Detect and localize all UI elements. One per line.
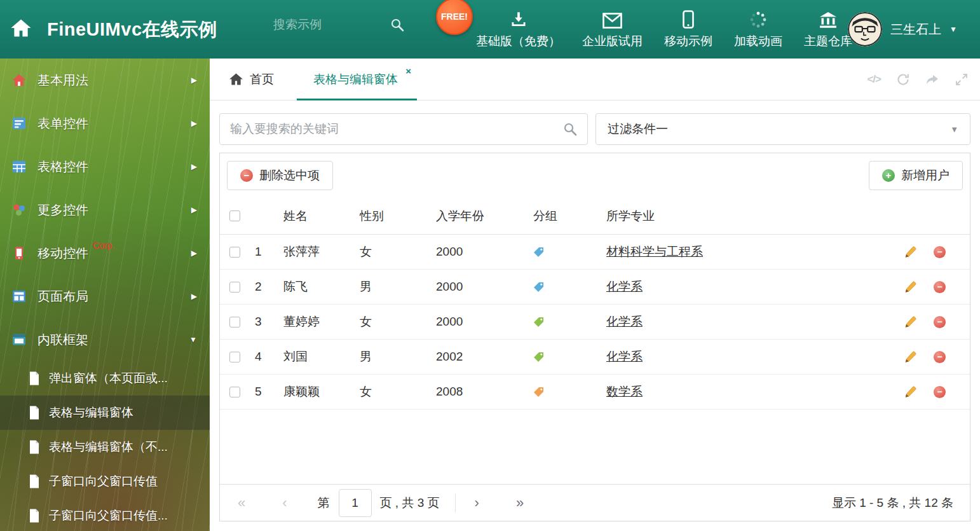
tab-home[interactable]: 首页 bbox=[229, 71, 274, 88]
filter-dropdown[interactable]: 过滤条件一 ▼ bbox=[595, 113, 970, 145]
sidebar-subitem-child-to-parent[interactable]: 子窗口向父窗口传值 bbox=[0, 464, 210, 499]
free-badge-label: FREE! bbox=[441, 11, 468, 22]
home-icon[interactable] bbox=[10, 18, 32, 41]
record-summary: 显示 1 - 5 条 , 共 12 条 bbox=[832, 495, 957, 511]
row-checkbox[interactable] bbox=[229, 282, 240, 293]
major-link[interactable]: 数学系 bbox=[606, 385, 643, 398]
sidebar-subitem-label: 表格与编辑窗体（不... bbox=[49, 439, 168, 455]
prev-page-button[interactable]: ‹ bbox=[282, 496, 287, 510]
sidebar-item-label: 移动控件 bbox=[37, 245, 88, 262]
column-header-group: 分组 bbox=[533, 208, 606, 224]
nav-basic-free[interactable]: 基础版（免费） bbox=[465, 10, 571, 50]
search-icon[interactable] bbox=[390, 18, 404, 32]
corp-badge: Corp. bbox=[93, 240, 114, 251]
edit-icon[interactable] bbox=[904, 316, 916, 328]
tab-grid-edit-window[interactable]: 表格与编辑窗体 × bbox=[297, 59, 417, 100]
sidebar-subitem-child-to-parent-2[interactable]: 子窗口向父窗口传值... bbox=[0, 499, 210, 531]
delete-row-icon[interactable] bbox=[934, 246, 946, 258]
pager-divider bbox=[455, 493, 456, 513]
sidebar-item-form-controls[interactable]: 表单控件 ▶ bbox=[0, 102, 210, 145]
table-row: 2 陈飞 男 2000 化学系 bbox=[220, 270, 970, 305]
share-icon[interactable] bbox=[925, 72, 939, 86]
major-link[interactable]: 化学系 bbox=[606, 350, 643, 363]
row-checkbox[interactable] bbox=[229, 352, 240, 362]
sidebar-item-label: 表单控件 bbox=[37, 115, 88, 132]
sidebar-item-label: 更多控件 bbox=[37, 202, 88, 219]
edit-icon[interactable] bbox=[904, 281, 916, 293]
edit-icon[interactable] bbox=[904, 246, 916, 258]
header-search-input[interactable] bbox=[273, 18, 369, 32]
edit-icon[interactable] bbox=[904, 351, 916, 363]
minus-circle-icon bbox=[240, 169, 253, 182]
next-page-button[interactable]: › bbox=[475, 496, 479, 510]
delete-row-icon[interactable] bbox=[934, 386, 946, 398]
delete-selected-label: 删除选中项 bbox=[259, 167, 320, 184]
frame-icon bbox=[11, 332, 28, 347]
sidebar-item-mobile-controls[interactable]: 移动控件 Corp. ▶ bbox=[0, 231, 210, 275]
cell-year: 2000 bbox=[436, 315, 533, 329]
edit-icon[interactable] bbox=[904, 386, 916, 398]
row-checkbox[interactable] bbox=[229, 387, 240, 397]
sidebar-item-iframe[interactable]: 内联框架 ▼ bbox=[0, 318, 210, 361]
sidebar-item-grid-controls[interactable]: 表格控件 ▶ bbox=[0, 145, 210, 188]
major-link[interactable]: 材料科学与工程系 bbox=[606, 245, 703, 258]
user-menu[interactable]: 三生石上 ▼ bbox=[848, 0, 957, 59]
sidebar-subitem-popup-window[interactable]: 弹出窗体（本页面或... bbox=[0, 361, 210, 396]
file-icon bbox=[28, 508, 41, 523]
close-tab-icon[interactable]: × bbox=[405, 66, 411, 76]
tag-icon bbox=[533, 247, 544, 258]
add-user-button[interactable]: 新增用户 bbox=[869, 161, 963, 190]
chevron-right-icon: ▶ bbox=[191, 119, 197, 128]
cell-gender: 女 bbox=[360, 383, 436, 400]
sidebar-item-basic-usage[interactable]: 基本用法 ▶ bbox=[0, 59, 210, 102]
pagination-bar: « ‹ 第 页 , 共 3 页 › » 显示 1 - 5 条 , 共 12 条 bbox=[220, 484, 970, 521]
page-number-input[interactable] bbox=[339, 489, 372, 517]
expand-icon[interactable] bbox=[955, 72, 969, 86]
cell-name: 刘国 bbox=[283, 348, 360, 365]
major-link[interactable]: 化学系 bbox=[606, 280, 643, 293]
delete-selected-button[interactable]: 删除选中项 bbox=[227, 161, 333, 190]
sidebar-subitem-label: 子窗口向父窗口传值... bbox=[49, 507, 168, 524]
source-code-icon[interactable]: </> bbox=[867, 73, 881, 86]
tag-icon bbox=[533, 282, 544, 293]
select-all-checkbox[interactable] bbox=[229, 210, 240, 221]
row-checkbox[interactable] bbox=[229, 317, 240, 328]
refresh-icon[interactable] bbox=[896, 72, 910, 86]
tab-tools: </> bbox=[867, 59, 969, 100]
table-header-row: 姓名 性别 入学年份 分组 所学专业 bbox=[220, 198, 970, 235]
avatar bbox=[848, 12, 882, 46]
nav-mobile-demo[interactable]: 移动示例 bbox=[653, 10, 723, 50]
file-icon bbox=[28, 474, 41, 489]
sidebar-item-more-controls[interactable]: 更多控件 ▶ bbox=[0, 188, 210, 231]
first-page-button[interactable]: « bbox=[238, 496, 245, 510]
cell-name: 董婷婷 bbox=[283, 314, 360, 330]
nav-enterprise-trial[interactable]: 企业版试用 bbox=[571, 10, 653, 50]
spinner-icon bbox=[749, 10, 767, 29]
nav-loading-animation[interactable]: 加载动画 bbox=[723, 10, 793, 50]
nav-label: 主题仓库 bbox=[804, 33, 852, 50]
delete-row-icon[interactable] bbox=[934, 351, 946, 363]
nav-label: 加载动画 bbox=[734, 33, 782, 50]
cell-gender: 女 bbox=[360, 314, 436, 330]
nav-label: 企业版试用 bbox=[582, 33, 643, 50]
row-checkbox[interactable] bbox=[229, 247, 240, 258]
tag-icon bbox=[533, 387, 544, 397]
delete-row-icon[interactable] bbox=[934, 316, 946, 328]
search-icon[interactable] bbox=[563, 122, 577, 136]
sidebar-item-page-layout[interactable]: 页面布局 ▶ bbox=[0, 275, 210, 318]
sidebar-subitem-grid-edit-window[interactable]: 表格与编辑窗体 bbox=[0, 396, 210, 430]
sidebar-subitem-label: 表格与编辑窗体 bbox=[49, 404, 133, 421]
page-prefix-label: 第 bbox=[318, 495, 330, 511]
header: FineUIMvc在线示例 FREE! 基础版（免费） 企业版试用 bbox=[0, 0, 980, 59]
last-page-button[interactable]: » bbox=[516, 496, 524, 510]
home-tab-icon bbox=[229, 72, 243, 86]
sidebar-subitem-grid-edit-window-2[interactable]: 表格与编辑窗体（不... bbox=[0, 430, 210, 464]
grid-toolbar: 删除选中项 新增用户 bbox=[220, 153, 970, 198]
filter-dropdown-value: 过滤条件一 bbox=[608, 121, 668, 137]
file-icon bbox=[28, 405, 41, 420]
keyword-search-input[interactable] bbox=[230, 122, 563, 136]
shapes-icon bbox=[11, 202, 28, 217]
cell-year: 2008 bbox=[436, 385, 533, 399]
major-link[interactable]: 化学系 bbox=[606, 315, 643, 328]
delete-row-icon[interactable] bbox=[934, 281, 946, 293]
